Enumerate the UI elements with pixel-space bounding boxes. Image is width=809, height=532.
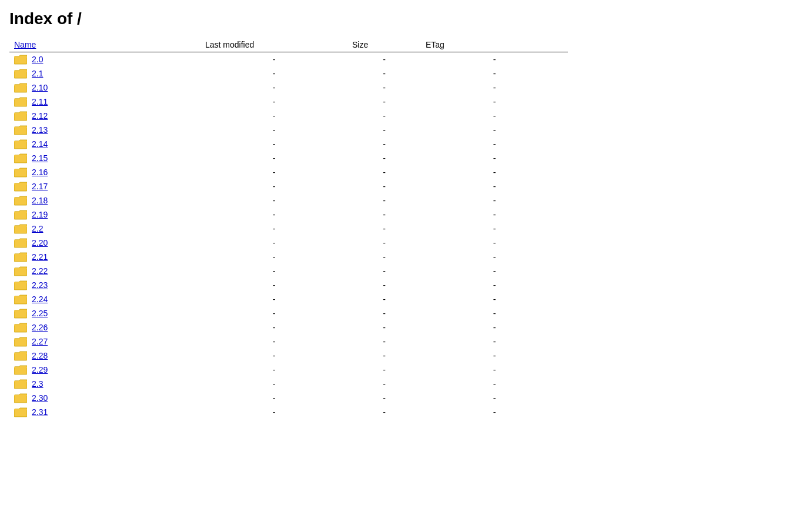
entry-link[interactable]: 2.11 <box>32 97 48 106</box>
svg-rect-41 <box>14 339 27 340</box>
name-cell: 2.12 <box>9 109 200 123</box>
etag-cell: - <box>421 264 568 278</box>
etag-cell: - <box>421 278 568 292</box>
size-cell: - <box>347 363 421 377</box>
name-cell: 2.11 <box>9 95 200 109</box>
entry-link[interactable]: 2.27 <box>32 337 48 346</box>
etag-cell: - <box>421 208 568 222</box>
name-cell: 2.31 <box>9 405 200 419</box>
name-cell: 2.27 <box>9 334 200 349</box>
table-row: 2.29--- <box>9 363 568 377</box>
etag-cell: - <box>421 292 568 306</box>
name-sort-link[interactable]: Name <box>14 40 36 49</box>
entry-link[interactable]: 2.3 <box>32 379 43 389</box>
etag-cell: - <box>421 349 568 363</box>
folder-icon <box>14 167 27 178</box>
modified-cell: - <box>200 405 347 419</box>
table-row: 2.28--- <box>9 349 568 363</box>
size-cell: - <box>347 306 421 320</box>
entry-link[interactable]: 2.12 <box>32 111 48 121</box>
entry-link[interactable]: 2.14 <box>32 139 48 149</box>
size-cell: - <box>347 179 421 193</box>
size-cell: - <box>347 405 421 419</box>
name-cell: 2.28 <box>9 349 200 363</box>
entry-link[interactable]: 2.13 <box>32 125 48 135</box>
etag-cell: - <box>421 306 568 320</box>
entry-link[interactable]: 2.17 <box>32 182 48 191</box>
table-row: 2.12--- <box>9 109 568 123</box>
etag-cell: - <box>421 151 568 165</box>
name-cell: 2.21 <box>9 250 200 264</box>
entry-link[interactable]: 2.10 <box>32 83 48 92</box>
name-cell: 2.15 <box>9 151 200 165</box>
size-cell: - <box>347 377 421 391</box>
svg-rect-31 <box>14 268 27 269</box>
etag-cell: - <box>421 52 568 67</box>
etag-header: ETag <box>426 40 444 49</box>
entry-link[interactable]: 2.26 <box>32 323 48 332</box>
table-row: 2.25--- <box>9 306 568 320</box>
entry-link[interactable]: 2.15 <box>32 153 48 163</box>
svg-rect-11 <box>14 127 27 128</box>
modified-cell: - <box>200 109 347 123</box>
svg-rect-39 <box>14 324 27 326</box>
name-cell: 2.3 <box>9 377 200 391</box>
entry-link[interactable]: 2.18 <box>32 196 48 205</box>
entry-link[interactable]: 2.25 <box>32 309 48 318</box>
size-cell: - <box>347 334 421 349</box>
entry-link[interactable]: 2.24 <box>32 295 48 304</box>
folder-icon <box>14 364 27 375</box>
entry-link[interactable]: 2.30 <box>32 393 48 403</box>
entry-link[interactable]: 2.0 <box>32 55 43 64</box>
entry-link[interactable]: 2.2 <box>32 224 43 233</box>
folder-icon <box>14 237 27 248</box>
etag-cell: - <box>421 95 568 109</box>
name-cell: 2.26 <box>9 320 200 334</box>
etag-cell: - <box>421 109 568 123</box>
modified-cell: - <box>200 66 347 81</box>
svg-rect-37 <box>14 310 27 312</box>
entry-link[interactable]: 2.23 <box>32 280 48 290</box>
folder-icon <box>14 96 27 107</box>
table-row: 2.24--- <box>9 292 568 306</box>
name-cell: 2.24 <box>9 292 200 306</box>
table-row: 2.11--- <box>9 95 568 109</box>
size-cell: - <box>347 81 421 95</box>
size-cell: - <box>347 264 421 278</box>
modified-cell: - <box>200 278 347 292</box>
entry-link[interactable]: 2.22 <box>32 266 48 276</box>
name-cell: 2.29 <box>9 363 200 377</box>
table-row: 2.2--- <box>9 222 568 236</box>
modified-cell: - <box>200 222 347 236</box>
modified-cell: - <box>200 137 347 151</box>
modified-cell: - <box>200 334 347 349</box>
svg-rect-3 <box>14 71 27 72</box>
entry-link[interactable]: 2.20 <box>32 238 48 247</box>
entry-link[interactable]: 2.19 <box>32 210 48 219</box>
folder-icon <box>14 209 27 220</box>
modified-cell: - <box>200 349 347 363</box>
modified-cell: - <box>200 95 347 109</box>
folder-icon <box>14 139 27 149</box>
entry-link[interactable]: 2.1 <box>32 69 43 78</box>
modified-cell: - <box>200 52 347 67</box>
size-cell: - <box>347 165 421 179</box>
entry-link[interactable]: 2.16 <box>32 168 48 177</box>
svg-rect-5 <box>14 85 27 86</box>
svg-rect-21 <box>14 198 27 199</box>
svg-rect-45 <box>14 367 27 368</box>
modified-cell: - <box>200 320 347 334</box>
svg-rect-7 <box>14 99 27 100</box>
table-row: 2.23--- <box>9 278 568 292</box>
size-cell: - <box>347 151 421 165</box>
svg-rect-1 <box>14 56 27 58</box>
entry-link[interactable]: 2.28 <box>32 351 48 360</box>
entry-link[interactable]: 2.21 <box>32 252 48 262</box>
entry-link[interactable]: 2.29 <box>32 365 48 374</box>
table-row: 2.1--- <box>9 66 568 81</box>
folder-icon <box>14 181 27 192</box>
size-cell: - <box>347 320 421 334</box>
etag-cell: - <box>421 236 568 250</box>
svg-rect-23 <box>14 212 27 213</box>
entry-link[interactable]: 2.31 <box>32 407 48 417</box>
